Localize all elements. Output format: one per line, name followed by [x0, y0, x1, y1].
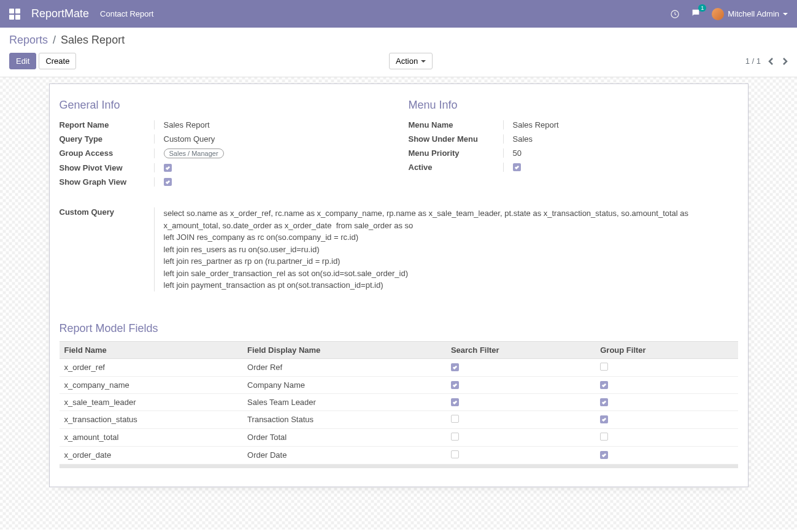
- control-panel: Reports / Sales Report Edit Create Actio…: [0, 28, 797, 77]
- cell-search-filter: [446, 358, 595, 376]
- cell-group-filter: [595, 446, 737, 464]
- label-query-type: Query Type: [60, 134, 155, 144]
- cell-display-name: Order Date: [242, 446, 446, 464]
- cell-field-name: x_transaction_status: [60, 411, 243, 428]
- cell-search-filter: [446, 428, 595, 446]
- action-button[interactable]: Action: [389, 53, 433, 69]
- cell-field-name: x_order_ref: [60, 358, 243, 376]
- tag-group-access[interactable]: Sales / Manager: [164, 148, 224, 158]
- label-show-graph: Show Graph View: [60, 177, 155, 187]
- group-general-info: General Info Report Name Sales Report Qu…: [60, 99, 389, 189]
- cell-display-name: Transaction Status: [242, 411, 446, 428]
- label-priority: Menu Priority: [409, 148, 504, 158]
- checkbox-show-graph: [164, 178, 172, 186]
- cell-field-name: x_amount_total: [60, 428, 243, 446]
- value-query-type: Custom Query: [164, 134, 389, 144]
- table-row[interactable]: x_transaction_statusTransaction Status: [60, 411, 738, 428]
- checkbox-on: [600, 398, 608, 406]
- user-name: Mitchell Admin: [728, 9, 779, 18]
- cell-group-filter: [595, 376, 737, 393]
- checkbox-off: [600, 433, 608, 441]
- col-display-name[interactable]: Field Display Name: [242, 341, 446, 358]
- cell-group-filter: [595, 358, 737, 376]
- value-show-under: Sales: [513, 134, 738, 144]
- col-search-filter[interactable]: Search Filter: [446, 341, 595, 358]
- label-menu-name: Menu Name: [409, 120, 504, 129]
- brand-title[interactable]: ReportMate: [31, 7, 89, 20]
- action-label: Action: [396, 56, 418, 66]
- general-info-title: General Info: [60, 99, 389, 112]
- label-active: Active: [409, 163, 504, 172]
- form-sheet: General Info Report Name Sales Report Qu…: [49, 83, 749, 487]
- avatar: [712, 8, 724, 20]
- table-row[interactable]: x_order_dateOrder Date: [60, 446, 738, 464]
- col-field-name[interactable]: Field Name: [60, 341, 243, 358]
- table-row[interactable]: x_amount_totalOrder Total: [60, 428, 738, 446]
- chat-badge: 1: [698, 4, 706, 12]
- checkbox-off: [451, 433, 459, 441]
- checkbox-on: [451, 363, 459, 371]
- checkbox-on: [451, 398, 459, 406]
- cell-search-filter: [446, 446, 595, 464]
- cell-display-name: Order Total: [242, 428, 446, 446]
- label-show-pivot: Show Pivot View: [60, 163, 155, 172]
- cell-group-filter: [595, 428, 737, 446]
- label-report-name: Report Name: [60, 120, 155, 129]
- breadcrumb-parent[interactable]: Reports: [9, 34, 48, 46]
- checkbox-on: [451, 381, 459, 389]
- cell-field-name: x_order_date: [60, 446, 243, 464]
- checkbox-off: [600, 363, 608, 371]
- checkbox-on: [600, 451, 608, 459]
- breadcrumb-sep: /: [53, 34, 56, 46]
- report-fields-title: Report Model Fields: [60, 322, 738, 335]
- cell-field-name: x_sale_team_leader: [60, 393, 243, 411]
- apps-icon[interactable]: [9, 9, 20, 20]
- checkbox-off: [451, 415, 459, 423]
- value-menu-name: Sales Report: [513, 120, 738, 129]
- cell-display-name: Sales Team Leader: [242, 393, 446, 411]
- cell-search-filter: [446, 411, 595, 428]
- user-menu[interactable]: Mitchell Admin: [712, 8, 788, 20]
- create-button[interactable]: Create: [39, 53, 76, 69]
- table-row[interactable]: x_company_nameCompany Name: [60, 376, 738, 393]
- navbar: ReportMate Contact Report 1 Mitchell Adm…: [0, 0, 797, 28]
- chevron-down-icon: [783, 13, 788, 15]
- table-row[interactable]: x_sale_team_leaderSales Team Leader: [60, 393, 738, 411]
- cell-display-name: Company Name: [242, 376, 446, 393]
- pager-text[interactable]: 1 / 1: [745, 56, 761, 66]
- form-background: General Info Report Name Sales Report Qu…: [0, 77, 797, 530]
- pager-next-icon[interactable]: [782, 57, 788, 66]
- label-group-access: Group Access: [60, 148, 155, 158]
- breadcrumb-current: Sales Report: [61, 34, 125, 46]
- label-custom-query: Custom Query: [60, 207, 155, 291]
- checkbox-show-pivot: [164, 164, 172, 172]
- checkbox-active: [513, 163, 521, 171]
- value-report-name: Sales Report: [164, 120, 389, 129]
- table-footer-bar: [60, 465, 738, 468]
- checkbox-on: [600, 381, 608, 389]
- checkbox-on: [600, 415, 608, 423]
- cell-field-name: x_company_name: [60, 376, 243, 393]
- clock-icon[interactable]: [670, 9, 680, 19]
- label-show-under: Show Under Menu: [409, 134, 504, 144]
- value-custom-query: select so.name as x_order_ref, rc.name a…: [164, 207, 738, 291]
- group-menu-info: Menu Info Menu Name Sales Report Show Un…: [409, 99, 738, 189]
- col-group-filter[interactable]: Group Filter: [595, 341, 737, 358]
- chat-icon[interactable]: 1: [691, 8, 701, 20]
- cell-search-filter: [446, 393, 595, 411]
- pager-prev-icon[interactable]: [768, 57, 774, 66]
- checkbox-off: [451, 450, 459, 458]
- cell-search-filter: [446, 376, 595, 393]
- nav-contact-report[interactable]: Contact Report: [100, 9, 153, 18]
- breadcrumb: Reports / Sales Report: [9, 34, 788, 47]
- cell-group-filter: [595, 411, 737, 428]
- menu-info-title: Menu Info: [409, 99, 738, 112]
- report-fields-section: Report Model Fields Field Name Field Dis…: [60, 322, 738, 468]
- edit-button[interactable]: Edit: [9, 53, 36, 69]
- report-fields-table: Field Name Field Display Name Search Fil…: [60, 341, 738, 465]
- value-priority: 50: [513, 148, 738, 158]
- cell-group-filter: [595, 393, 737, 411]
- table-row[interactable]: x_order_refOrder Ref: [60, 358, 738, 376]
- chevron-down-icon: [421, 60, 426, 63]
- cell-display-name: Order Ref: [242, 358, 446, 376]
